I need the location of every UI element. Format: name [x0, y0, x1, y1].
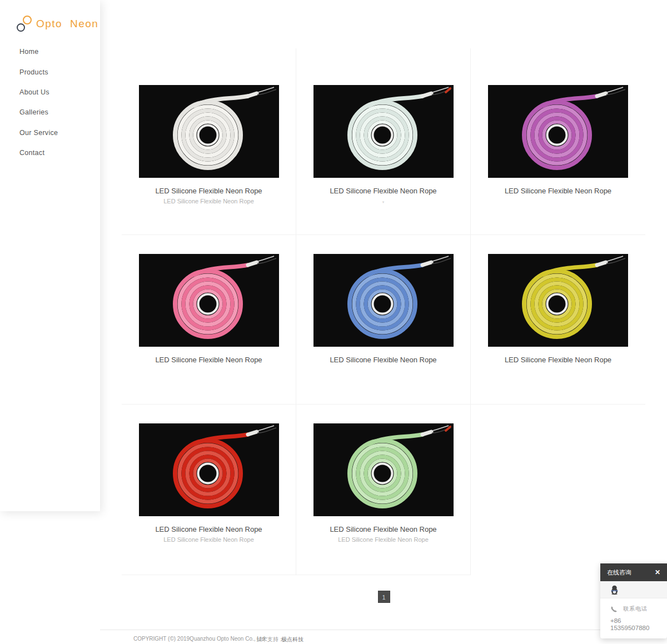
brand-logo[interactable]: Opto Neon — [17, 16, 98, 32]
product-title: LED Silicone Flexible Neon Rope — [471, 187, 645, 195]
product-image — [488, 254, 628, 347]
product-title: LED Silicone Flexible Neon Rope — [296, 187, 470, 195]
footer: COPYRIGHT (©) 2019Quanzhou Opto Neon Co.… — [100, 630, 667, 644]
empty-grid-cell — [471, 405, 645, 575]
tech-support-label: 技术支持： — [256, 636, 284, 643]
neon-rope-coil-photo-white — [139, 85, 279, 178]
product-subtitle: LED Silicone Flexible Neon Rope — [122, 536, 296, 543]
sidebar-nav-label: Our Service — [19, 129, 58, 137]
phone-number[interactable]: +86 15359507880 — [610, 617, 667, 632]
product-card-blue[interactable]: LED Silicone Flexible Neon Rope — [296, 235, 471, 405]
neon-rope-coil-photo-pink — [139, 254, 279, 347]
qq-contact-row[interactable] — [600, 581, 667, 598]
product-subtitle: LED Silicone Flexible Neon Rope — [296, 536, 470, 543]
product-card-yellow[interactable]: LED Silicone Flexible Neon Rope — [471, 235, 645, 405]
sidebar-item-products[interactable]: Products — [0, 62, 100, 82]
product-card-pink[interactable]: LED Silicone Flexible Neon Rope — [122, 235, 296, 405]
product-image — [139, 423, 279, 516]
chat-title: 在线咨询 — [607, 568, 631, 577]
pagination-page-1[interactable]: 1 — [378, 591, 390, 603]
sidebar-item-galleries[interactable]: Galleries — [0, 102, 100, 122]
neon-rope-coil-photo-red — [139, 423, 279, 516]
logo-dark-circle — [17, 23, 25, 32]
tech-support-vendor-link[interactable]: 极点科技 — [281, 636, 303, 643]
product-title: LED Silicone Flexible Neon Rope — [296, 356, 470, 364]
sidebar-nav-label: Contact — [19, 149, 44, 157]
product-note-mark: ▾ — [296, 200, 470, 204]
close-icon[interactable]: ✕ — [655, 568, 660, 576]
neon-rope-coil-photo-blue — [313, 254, 454, 347]
product-grid: LED Silicone Flexible Neon Rope LED Sili… — [122, 48, 646, 575]
sidebar-nav-label: About Us — [19, 88, 49, 96]
logo-rings-icon — [17, 16, 32, 32]
product-title: LED Silicone Flexible Neon Rope — [471, 356, 645, 364]
product-subtitle: LED Silicone Flexible Neon Rope — [122, 198, 296, 204]
chat-header: 在线咨询 ✕ — [600, 563, 667, 581]
copyright-text: COPYRIGHT (©) 2019Quanzhou Opto Neon Co.… — [133, 636, 266, 642]
product-card-green[interactable]: LED Silicone Flexible Neon Rope LED Sili… — [296, 405, 471, 575]
phone-label: 联系电话 — [623, 605, 648, 613]
neon-rope-coil-photo-yellow — [488, 254, 628, 347]
product-title: LED Silicone Flexible Neon Rope — [122, 187, 296, 195]
qq-penguin-icon — [610, 585, 619, 595]
product-image — [313, 254, 454, 347]
product-image — [139, 85, 279, 178]
pagination: 1 — [122, 591, 646, 603]
phone-contact-section: 联系电话 +86 15359507880 — [600, 598, 667, 638]
product-image — [313, 85, 454, 178]
sidebar: Opto Neon Home Products About Us Galleri… — [0, 0, 100, 511]
neon-rope-coil-photo-purple — [488, 85, 628, 178]
product-title: LED Silicone Flexible Neon Rope — [122, 356, 296, 364]
sidebar-nav-label: Galleries — [19, 108, 48, 116]
sidebar-item-home[interactable]: Home — [0, 42, 100, 62]
product-image — [139, 254, 279, 347]
logo-orange-circle — [23, 16, 32, 24]
brand-name: Opto Neon — [36, 18, 98, 30]
neon-rope-coil-photo-green — [313, 423, 454, 516]
sidebar-item-our-service[interactable]: Our Service — [0, 123, 100, 143]
product-title: LED Silicone Flexible Neon Rope — [296, 525, 470, 533]
sidebar-nav: Home Products About Us Galleries Our Ser… — [0, 42, 100, 163]
product-card-mint-white[interactable]: LED Silicone Flexible Neon Rope ▾ — [296, 48, 471, 235]
product-image — [488, 85, 628, 178]
product-image — [313, 423, 454, 516]
online-chat-widget: 在线咨询 ✕ 联系电话 +86 15359507880 — [600, 563, 667, 638]
sidebar-nav-label: Home — [19, 48, 39, 56]
product-title: LED Silicone Flexible Neon Rope — [122, 525, 296, 533]
sidebar-item-contact[interactable]: Contact — [0, 143, 100, 163]
phone-icon — [610, 606, 618, 613]
neon-rope-coil-photo-mint-white — [313, 85, 454, 178]
product-card-purple[interactable]: LED Silicone Flexible Neon Rope — [471, 48, 645, 235]
product-card-red[interactable]: LED Silicone Flexible Neon Rope LED Sili… — [122, 405, 296, 575]
sidebar-nav-label: Products — [19, 68, 48, 76]
sidebar-item-about-us[interactable]: About Us — [0, 82, 100, 102]
product-card-white[interactable]: LED Silicone Flexible Neon Rope LED Sili… — [122, 48, 296, 235]
